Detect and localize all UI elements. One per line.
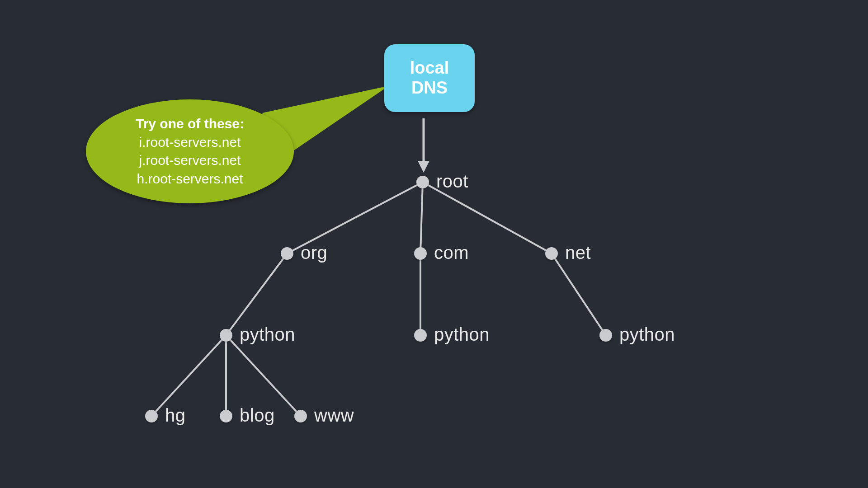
node-root: [416, 176, 429, 188]
tree-edge: [420, 182, 423, 253]
bubble-line: j.root-servers.net: [136, 151, 244, 170]
node-python_com: [414, 329, 427, 342]
node-python_net: [599, 329, 612, 342]
speech-bubble: Try one of these: i.root-servers.net j.r…: [86, 99, 294, 203]
tree-edge: [552, 253, 606, 335]
local-dns-line2: DNS: [411, 78, 448, 97]
node-org: [281, 247, 293, 260]
node-label-www: www: [314, 405, 354, 426]
node-label-python_net: python: [619, 324, 675, 345]
node-www: [294, 410, 307, 422]
node-label-python_com: python: [434, 324, 490, 345]
node-label-com: com: [434, 243, 469, 263]
local-dns-box: local DNS: [384, 44, 475, 112]
tree-edge: [226, 253, 287, 335]
tree-edge: [151, 335, 226, 416]
node-label-root: root: [436, 171, 468, 192]
tree-edge: [226, 335, 301, 416]
bubble-title: Try one of these:: [136, 115, 244, 133]
node-label-org: org: [301, 243, 327, 263]
dns-diagram: local DNS Try one of these: i.root-serve…: [0, 0, 868, 488]
node-label-hg: hg: [165, 405, 186, 426]
node-blog: [220, 410, 232, 422]
bubble-line: h.root-servers.net: [136, 170, 244, 188]
arrow-down-icon: [418, 161, 429, 173]
local-dns-line1: local: [410, 58, 449, 77]
node-hg: [145, 410, 158, 422]
bubble-line: i.root-servers.net: [136, 133, 244, 152]
node-label-net: net: [565, 243, 591, 263]
node-label-blog: blog: [240, 405, 275, 426]
node-com: [414, 247, 427, 260]
node-net: [545, 247, 558, 260]
node-label-python_org: python: [240, 324, 295, 345]
node-python_org: [220, 329, 232, 342]
